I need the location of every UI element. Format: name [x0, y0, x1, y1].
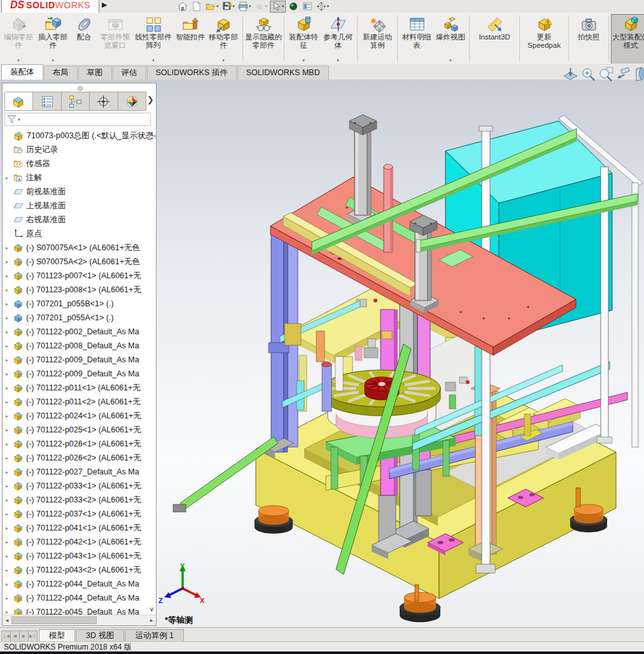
quick-access-button[interactable]: ▾	[270, 1, 286, 13]
command-tab[interactable]: 草图	[78, 66, 112, 80]
document-tab[interactable]: 运动算例 1	[125, 629, 183, 642]
ribbon-button[interactable]: Instant3D	[472, 14, 517, 64]
tree-item[interactable]: ▸ (-) 701122-p026<1> (AL6061+无	[3, 437, 156, 451]
quick-access-button[interactable]	[288, 1, 300, 12]
expand-arrow-icon[interactable]: ▸	[3, 511, 13, 517]
tree-item[interactable]: ▸ (-) 701122-p002_Default_As Ma	[3, 325, 156, 339]
ribbon-button[interactable]	[284, 17, 284, 62]
tree-filter-box[interactable]: ▾	[4, 113, 151, 126]
command-tab[interactable]: SOLIDWORKS MBD	[237, 66, 329, 80]
tab-nav-button[interactable]: ◀	[10, 630, 20, 642]
ribbon-button[interactable]: 大型装配体模式	[611, 14, 644, 64]
tree-item[interactable]: 原点	[3, 227, 156, 241]
configurationmanager-tab[interactable]	[61, 92, 90, 111]
ribbon-button[interactable]	[519, 17, 520, 62]
document-tab[interactable]: 3D 视图	[76, 629, 124, 642]
ribbon-button[interactable]	[608, 17, 609, 62]
tree-root-item[interactable]: 710073-p003总图 (.<默认_显示状态-	[3, 129, 156, 143]
tree-item[interactable]: 传感器	[3, 157, 156, 171]
tree-item[interactable]: ▸ (-) 701122-p027_Default_As Ma	[3, 465, 156, 479]
tab-nav-button[interactable]: ▶	[19, 630, 29, 642]
tree-item[interactable]: ▸ (-) S070075A<2> (AL6061+无色	[3, 255, 156, 269]
tree-item[interactable]: ▸ (-) 701122-p044_Default_As Ma	[3, 577, 156, 591]
panel-collapse-handle[interactable]	[78, 86, 83, 91]
tree-item[interactable]: ▸ (-) 701122-p042<1> (AL6061+无	[3, 535, 156, 549]
tree-item[interactable]: ▸ (-) 701122-p008_Default_As Ma	[3, 339, 156, 353]
document-tab[interactable]: 模型	[39, 629, 75, 642]
ribbon-button[interactable]	[242, 17, 243, 62]
tab-nav-button[interactable]: ▶❘	[28, 630, 38, 642]
dimxpertmanager-tab[interactable]	[89, 92, 118, 111]
tree-item[interactable]: ▸ (-) 701122-p009_Default_As Ma	[3, 353, 156, 367]
expand-arrow-icon[interactable]: ▸	[3, 343, 13, 349]
tree-item[interactable]: 上视基准面	[3, 199, 156, 213]
expand-arrow-icon[interactable]: ▸	[3, 441, 13, 447]
scroll-right-icon[interactable]: ▸	[147, 615, 156, 625]
command-tab[interactable]: 布局	[44, 66, 78, 80]
ribbon-button[interactable]: 材料明细表	[400, 14, 434, 64]
panel-tabs-overflow-icon[interactable]: ❯	[147, 95, 154, 104]
tab-nav-button[interactable]: ❘◀	[1, 630, 11, 642]
quick-access-button[interactable]: ! ▾	[221, 1, 236, 12]
scroll-left-icon[interactable]: ◂	[3, 615, 11, 625]
expand-arrow-icon[interactable]: ▸	[3, 581, 13, 587]
tree-item[interactable]: ▸ A 注解	[3, 171, 156, 185]
quick-access-button[interactable]	[177, 1, 189, 12]
expand-arrow-icon[interactable]: ▸	[3, 595, 13, 601]
expand-arrow-icon[interactable]: ▸	[3, 357, 13, 363]
previous-view-icon[interactable]	[616, 66, 632, 82]
ribbon-button[interactable]: 装配体特征 ▾	[286, 14, 321, 64]
expand-arrow-icon[interactable]: ▸	[3, 273, 13, 279]
expand-arrow-icon[interactable]: ▸	[3, 483, 13, 489]
quick-access-button[interactable]	[191, 1, 203, 12]
tree-scroll-down-icon[interactable]: ∨	[150, 606, 154, 613]
expand-arrow-icon[interactable]: ▸	[3, 455, 13, 461]
expand-arrow-icon[interactable]: ▸	[3, 567, 13, 573]
ribbon-button[interactable]: 插入零部件 ▾	[36, 14, 70, 64]
propertymanager-tab[interactable]	[32, 92, 61, 111]
quick-access-button[interactable]: ▾	[237, 1, 252, 12]
tree-horizontal-scrollbar[interactable]: ◂ ▸	[3, 615, 156, 625]
ribbon-button[interactable]: 参考几何体 ▾	[321, 14, 355, 64]
ribbon-button[interactable]: 线性零部件阵列 ▾	[132, 14, 174, 64]
tree-item[interactable]: ▸ (-) 701122-p041<1> (AL6061+无	[3, 521, 156, 535]
tree-item[interactable]: 历史记录	[3, 143, 156, 157]
quick-access-button[interactable]: ▾	[254, 1, 269, 12]
ribbon-button[interactable]	[469, 17, 470, 62]
ribbon-button[interactable]: 爆炸视图 ▾	[434, 14, 467, 64]
tree-item[interactable]: ▸ (-) 701123-p007<1> (AL6061+无	[3, 269, 156, 283]
ribbon-button[interactable]	[357, 17, 358, 62]
ribbon-button[interactable]: 编辑零部件 ▾	[1, 14, 36, 64]
expand-arrow-icon[interactable]: ▸	[3, 385, 13, 391]
expand-arrow-icon[interactable]: ▸	[3, 399, 13, 405]
tree-item[interactable]: ▸ (-) 701122-p024<1> (AL6061+无	[3, 409, 156, 423]
menu-flyout-arrow-icon[interactable]: ▶	[102, 1, 107, 9]
tree-item[interactable]: 右视基准面	[3, 213, 156, 227]
section-view-icon[interactable]	[634, 66, 644, 82]
tree-item[interactable]: ▸ (-) 701122-p037<1> (AL6061+无	[3, 507, 156, 521]
quick-access-button[interactable]	[302, 1, 314, 12]
expand-arrow-icon[interactable]: ▸	[3, 175, 13, 181]
expand-arrow-icon[interactable]: ▸	[3, 427, 13, 433]
tree-item[interactable]: ▸ (-) 701122-p033<1> (AL6061+无	[3, 479, 156, 493]
ribbon-button[interactable]: ✱ 新建运动算例	[360, 14, 395, 64]
ribbon-button[interactable]: 显示隐藏的零部件	[245, 14, 282, 64]
command-tab[interactable]: SOLIDWORKS 插件	[147, 66, 237, 80]
featuremanager-tab[interactable]	[4, 92, 33, 111]
expand-arrow-icon[interactable]: ▸	[3, 469, 13, 475]
tree-scroll-up-icon[interactable]: ∧	[150, 131, 154, 138]
expand-arrow-icon[interactable]: ▸	[3, 413, 13, 419]
expand-arrow-icon[interactable]: ▸	[3, 315, 13, 321]
expand-arrow-icon[interactable]: ▸	[3, 245, 13, 251]
ribbon-button[interactable]: 拍快照	[571, 14, 606, 64]
tree-item[interactable]: ▸ (-) 701122-p043<1> (AL6061+无	[3, 549, 156, 563]
quick-access-button[interactable]: ▾	[205, 1, 220, 12]
expand-arrow-icon[interactable]: ▸	[3, 287, 13, 293]
scrollbar-thumb[interactable]	[11, 616, 97, 624]
tree-item[interactable]: ▸ (-) 701122-p033<2> (AL6061+无	[3, 493, 156, 507]
tree-item[interactable]: ▸ (-) 701122-p026<2> (AL6061+无	[3, 451, 156, 465]
expand-arrow-icon[interactable]: ▸	[3, 259, 13, 265]
ribbon-button[interactable]	[397, 17, 398, 62]
quick-access-button[interactable]: ▾	[316, 1, 330, 12]
expand-arrow-icon[interactable]: ▸	[3, 301, 13, 307]
